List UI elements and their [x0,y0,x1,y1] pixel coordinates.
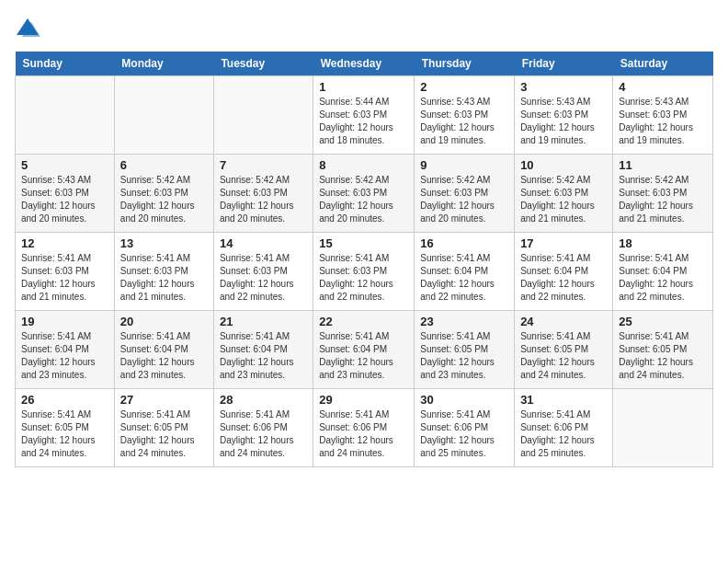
day-number: 22 [319,315,408,328]
calendar-day-cell: 28Sunrise: 5:41 AMSunset: 6:06 PMDayligh… [213,389,313,467]
day-info: Sunrise: 5:41 AMSunset: 6:06 PMDaylight:… [220,408,307,460]
weekday-header: Tuesday [213,52,313,76]
calendar-day-cell: 30Sunrise: 5:41 AMSunset: 6:06 PMDayligh… [415,389,515,467]
calendar-day-cell: 3Sunrise: 5:43 AMSunset: 6:03 PMDaylight… [515,76,613,155]
day-number: 10 [520,158,607,172]
day-info: Sunrise: 5:43 AMSunset: 6:03 PMDaylight:… [420,96,508,147]
day-number: 11 [619,158,707,172]
day-info: Sunrise: 5:41 AMSunset: 6:05 PMDaylight:… [520,330,607,382]
day-info: Sunrise: 5:41 AMSunset: 6:05 PMDaylight:… [619,330,707,382]
calendar-day-cell: 16Sunrise: 5:41 AMSunset: 6:04 PMDayligh… [415,233,515,311]
calendar-day-cell: 20Sunrise: 5:41 AMSunset: 6:04 PMDayligh… [114,311,213,389]
day-info: Sunrise: 5:41 AMSunset: 6:03 PMDaylight:… [21,252,108,304]
calendar-day-cell: 25Sunrise: 5:41 AMSunset: 6:05 PMDayligh… [613,311,713,389]
day-number: 7 [220,158,307,172]
day-number: 1 [319,80,408,94]
day-info: Sunrise: 5:44 AMSunset: 6:03 PMDaylight:… [319,96,408,147]
logo-icon [15,15,40,40]
calendar-day-cell: 4Sunrise: 5:43 AMSunset: 6:03 PMDaylight… [613,76,713,155]
day-number: 21 [220,315,307,328]
calendar-day-cell: 5Sunrise: 5:43 AMSunset: 6:03 PMDaylight… [16,155,115,233]
day-number: 14 [220,236,307,250]
calendar-day-cell: 1Sunrise: 5:44 AMSunset: 6:03 PMDaylight… [313,76,415,155]
calendar-day-cell: 17Sunrise: 5:41 AMSunset: 6:04 PMDayligh… [515,233,613,311]
calendar-day-cell [213,76,313,155]
day-number: 15 [319,236,408,250]
day-info: Sunrise: 5:41 AMSunset: 6:04 PMDaylight:… [520,252,607,304]
calendar-week-row: 1Sunrise: 5:44 AMSunset: 6:03 PMDaylight… [16,76,713,155]
weekday-header: Sunday [16,52,115,76]
day-number: 25 [619,315,707,328]
calendar-day-cell: 13Sunrise: 5:41 AMSunset: 6:03 PMDayligh… [114,233,213,311]
day-number: 27 [120,393,208,407]
weekday-header: Monday [114,52,213,76]
calendar-week-row: 12Sunrise: 5:41 AMSunset: 6:03 PMDayligh… [16,233,713,311]
day-number: 16 [420,236,508,250]
day-number: 5 [21,158,108,172]
calendar-day-cell: 14Sunrise: 5:41 AMSunset: 6:03 PMDayligh… [213,233,313,311]
day-info: Sunrise: 5:42 AMSunset: 6:03 PMDaylight:… [220,174,307,225]
day-number: 30 [420,393,508,407]
calendar-day-cell: 12Sunrise: 5:41 AMSunset: 6:03 PMDayligh… [16,233,115,311]
calendar-day-cell: 2Sunrise: 5:43 AMSunset: 6:03 PMDaylight… [415,76,515,155]
weekday-header: Saturday [613,52,713,76]
calendar-day-cell: 8Sunrise: 5:42 AMSunset: 6:03 PMDaylight… [313,155,415,233]
calendar-day-cell: 6Sunrise: 5:42 AMSunset: 6:03 PMDaylight… [114,155,213,233]
day-info: Sunrise: 5:41 AMSunset: 6:05 PMDaylight:… [420,330,508,382]
calendar-day-cell: 31Sunrise: 5:41 AMSunset: 6:06 PMDayligh… [515,389,613,467]
day-info: Sunrise: 5:41 AMSunset: 6:03 PMDaylight:… [220,252,307,304]
calendar-day-cell: 27Sunrise: 5:41 AMSunset: 6:05 PMDayligh… [114,389,213,467]
day-number: 8 [319,158,408,172]
weekday-header: Thursday [415,52,515,76]
calendar-day-cell: 23Sunrise: 5:41 AMSunset: 6:05 PMDayligh… [415,311,515,389]
calendar-day-cell: 9Sunrise: 5:42 AMSunset: 6:03 PMDaylight… [415,155,515,233]
calendar-table: SundayMondayTuesdayWednesdayThursdayFrid… [15,52,713,467]
day-info: Sunrise: 5:42 AMSunset: 6:03 PMDaylight:… [120,174,208,225]
day-info: Sunrise: 5:43 AMSunset: 6:03 PMDaylight:… [520,96,607,147]
calendar-week-row: 5Sunrise: 5:43 AMSunset: 6:03 PMDaylight… [16,155,713,233]
page-header [15,15,713,40]
day-info: Sunrise: 5:42 AMSunset: 6:03 PMDaylight:… [420,174,508,225]
day-info: Sunrise: 5:41 AMSunset: 6:04 PMDaylight:… [319,330,408,382]
day-info: Sunrise: 5:41 AMSunset: 6:04 PMDaylight:… [220,330,307,382]
day-info: Sunrise: 5:43 AMSunset: 6:03 PMDaylight:… [21,174,108,225]
day-info: Sunrise: 5:41 AMSunset: 6:04 PMDaylight:… [619,252,707,304]
day-info: Sunrise: 5:41 AMSunset: 6:05 PMDaylight:… [21,408,108,460]
calendar-day-cell [16,76,115,155]
calendar-header-row: SundayMondayTuesdayWednesdayThursdayFrid… [16,52,713,76]
day-info: Sunrise: 5:42 AMSunset: 6:03 PMDaylight:… [319,174,408,225]
logo [15,15,44,40]
calendar-day-cell [114,76,213,155]
calendar-day-cell: 18Sunrise: 5:41 AMSunset: 6:04 PMDayligh… [613,233,713,311]
day-info: Sunrise: 5:43 AMSunset: 6:03 PMDaylight:… [619,96,707,147]
day-info: Sunrise: 5:42 AMSunset: 6:03 PMDaylight:… [619,174,707,225]
day-number: 2 [420,80,508,94]
calendar-week-row: 26Sunrise: 5:41 AMSunset: 6:05 PMDayligh… [16,389,713,467]
day-number: 26 [21,393,108,407]
day-number: 17 [520,236,607,250]
calendar-day-cell: 7Sunrise: 5:42 AMSunset: 6:03 PMDaylight… [213,155,313,233]
day-info: Sunrise: 5:41 AMSunset: 6:06 PMDaylight:… [520,408,607,460]
calendar-day-cell [613,389,713,467]
day-info: Sunrise: 5:41 AMSunset: 6:03 PMDaylight:… [319,252,408,304]
calendar-day-cell: 26Sunrise: 5:41 AMSunset: 6:05 PMDayligh… [16,389,115,467]
day-number: 4 [619,80,707,94]
calendar-day-cell: 22Sunrise: 5:41 AMSunset: 6:04 PMDayligh… [313,311,415,389]
day-number: 13 [120,236,208,250]
day-info: Sunrise: 5:41 AMSunset: 6:04 PMDaylight:… [120,330,208,382]
day-info: Sunrise: 5:41 AMSunset: 6:04 PMDaylight:… [420,252,508,304]
day-number: 31 [520,393,607,407]
day-info: Sunrise: 5:41 AMSunset: 6:05 PMDaylight:… [120,408,208,460]
day-number: 18 [619,236,707,250]
weekday-header: Friday [515,52,613,76]
day-info: Sunrise: 5:41 AMSunset: 6:04 PMDaylight:… [21,330,108,382]
day-number: 23 [420,315,508,328]
calendar-day-cell: 19Sunrise: 5:41 AMSunset: 6:04 PMDayligh… [16,311,115,389]
day-number: 24 [520,315,607,328]
day-number: 28 [220,393,307,407]
day-info: Sunrise: 5:41 AMSunset: 6:06 PMDaylight:… [319,408,408,460]
day-number: 19 [21,315,108,328]
day-info: Sunrise: 5:41 AMSunset: 6:03 PMDaylight:… [120,252,208,304]
day-number: 12 [21,236,108,250]
day-number: 29 [319,393,408,407]
